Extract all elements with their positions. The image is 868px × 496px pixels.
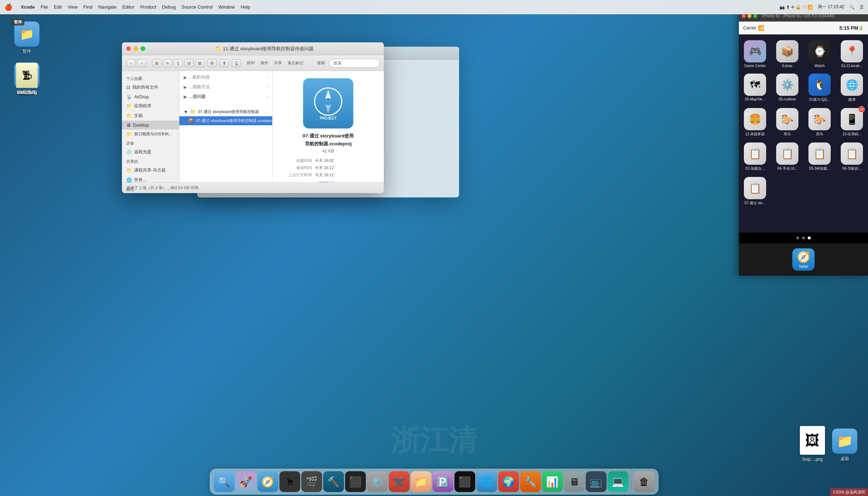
tl-red[interactable] (126, 46, 131, 51)
app-heima1[interactable]: 🐎 黑马 (774, 108, 801, 137)
app-04-manual-ui[interactable]: 📋 04-手动 UI... (774, 142, 801, 171)
statusbar-text: 选择了 1 项（共 2 项），882.54 GB 可用 (126, 185, 198, 191)
app-02-load[interactable]: 📋 02-加载自... (742, 142, 768, 171)
sidebar-item-all[interactable]: 🌐 所有... (122, 175, 179, 185)
dock-video[interactable]: 🎬 (301, 471, 322, 492)
dock-terminal2[interactable]: ⬛ (454, 471, 475, 492)
dock-screen[interactable]: 🖥 (564, 471, 585, 492)
tl-yellow[interactable] (133, 46, 138, 51)
menubar-app-name[interactable]: Xcode (21, 4, 35, 10)
view-column-btn[interactable]: ⫿ (174, 59, 183, 67)
desktop-folder-icon[interactable]: 📁 桌面 (832, 429, 857, 462)
file-item-folder[interactable]: ▼ 📁 07-通过 storyboard使用导航控制器 › (179, 107, 272, 116)
view-cover-btn[interactable]: ⊟ (184, 59, 194, 67)
app-weibo[interactable]: 🌐 微博 (839, 74, 865, 102)
menubar-editor[interactable]: Editor (122, 4, 135, 10)
dock-safari-item[interactable]: 🧭 (258, 471, 278, 492)
app-05-load3[interactable]: 📋 05-3种加载... (806, 142, 833, 171)
snip-png-icon[interactable]: 🖼 Snip....png (800, 426, 825, 462)
forward-button[interactable]: › (137, 59, 146, 67)
dock-settings[interactable]: ⚙️ (367, 471, 388, 492)
file-item-value-issue[interactable]: ▶ ...值问题 › (179, 92, 272, 102)
app-game-center[interactable]: 🎮 Game Center (742, 40, 768, 68)
apps-icon: 📁 (126, 103, 132, 109)
view-list-btn[interactable]: ≡ (163, 59, 172, 67)
sim-time: 5:15 PM (839, 25, 858, 31)
back-button[interactable]: ‹ (126, 59, 136, 67)
app-heima2[interactable]: 🐎 黑马 (806, 108, 833, 137)
airdrop-btn[interactable]: 📡 (232, 59, 241, 67)
menubar-edit[interactable]: Edit (54, 4, 62, 10)
app-runtime[interactable]: ⚙️ 05-runtime (774, 74, 801, 102)
dock-app2[interactable]: 🅿️ (433, 471, 453, 492)
menubar-search-icon[interactable]: 🔍 (849, 5, 855, 10)
file-item-nav-method[interactable]: ▶ ...期路方法 › (179, 82, 272, 92)
file-item-nav-content[interactable]: ▶ ...航栏内容 › (179, 72, 272, 82)
nav-content-icon: ▶ (184, 75, 187, 80)
app-qq[interactable]: 🐧 01预习-QQ... (806, 74, 833, 102)
app-extras[interactable]: 📦 Extras (774, 40, 801, 68)
dock-safari[interactable]: 🧭 Safari (792, 248, 815, 271)
dock-finder[interactable]: 🔍 (214, 471, 235, 492)
desktop-icon-pause[interactable]: 📁 暂停 暂停 (11, 22, 43, 55)
dock-folder2[interactable]: 📁 (411, 471, 431, 492)
menubar-help[interactable]: Help (241, 4, 250, 10)
menubar-file[interactable]: File (41, 4, 48, 10)
action-btn[interactable]: ⚙ (207, 59, 217, 67)
view-sort-btn[interactable]: ⊞ (195, 59, 204, 67)
menubar-list-icon[interactable]: ☰ (860, 5, 864, 10)
dock-launchpad[interactable]: 🚀 (236, 471, 256, 492)
sidebar-item-shared-course[interactable]: 📁 课程共享-马方超 (122, 165, 179, 175)
sidebar-item-desktop[interactable]: 🖥 Desktop (122, 121, 179, 130)
sim-tl-red[interactable] (742, 14, 746, 18)
app-07-sto[interactable]: 📋 07-通过 sto... (742, 177, 768, 206)
view-icon-btn[interactable]: ⊞ (152, 59, 161, 67)
sim-tl-green[interactable] (753, 14, 757, 18)
menubar-find[interactable]: Find (83, 4, 92, 10)
dock-crossover[interactable]: ✖️ (389, 471, 410, 492)
dock-app4[interactable]: 📺 (586, 471, 607, 492)
heima2-emoji: 🐎 (813, 113, 826, 125)
menubar-navigate[interactable]: Navigate (98, 4, 117, 10)
safari-label: Safari (799, 265, 808, 268)
app-meituan[interactable]: 🍔 12-美团界面 (742, 108, 768, 137)
tl-green[interactable] (141, 46, 145, 51)
dock-mouse[interactable]: 🖱 (279, 471, 300, 492)
sidebar-item-remote-disc[interactable]: 💿 远程光盘 (122, 147, 179, 157)
add-tag-link[interactable]: 添加标记... (319, 181, 338, 182)
sidebar-item-apps[interactable]: 📁 应用程序 (122, 101, 179, 111)
menubar-debug[interactable]: Debug (162, 4, 176, 10)
sim-tl-yellow[interactable] (747, 14, 751, 18)
menubar-window[interactable]: Window (218, 4, 235, 10)
app-watch[interactable]: ⌚ Watch (806, 40, 833, 68)
sidebar-item-docs[interactable]: 📁 文稿 (122, 111, 179, 121)
sidebar-item-airdrop[interactable]: 📡 AirDrop (122, 92, 179, 101)
dock-terminal[interactable]: ⬛ (345, 471, 366, 492)
mapview-label: 05-MapVie... (745, 97, 765, 101)
dock-browser2[interactable]: 🌍 (498, 471, 519, 492)
app-mapview[interactable]: 🗺 05-MapVie... (742, 74, 768, 102)
dock-app5[interactable]: 💻 (608, 471, 628, 492)
sidebar-item-heima[interactable]: 📁 第13期黑马iOS学科... (122, 130, 179, 139)
menubar-source-control[interactable]: Source Control (181, 4, 213, 10)
dock-browser[interactable]: 🌐 (476, 471, 497, 492)
search-input[interactable] (329, 59, 379, 67)
desktop-icons-column1: 📁 暂停 暂停 📁 安装文档 📁 ios13考试 (11, 18, 43, 62)
dock-app3[interactable]: 🔧 (520, 471, 541, 492)
nav-content-label: ...航栏内容 (189, 74, 210, 80)
bottom-right-icons: 🖼 Snip....png 📁 桌面 (800, 426, 857, 462)
dock-trash[interactable]: 🗑 (634, 471, 655, 492)
app-06-nav[interactable]: 📋 06-导航控... (839, 142, 865, 171)
apple-menu-icon[interactable]: 🍎 (4, 3, 12, 11)
menubar-view[interactable]: View (67, 4, 77, 10)
app-10-app[interactable]: 📱 10 10-应用程... (839, 108, 865, 137)
dock-xcode[interactable]: 🔨 (323, 471, 344, 492)
sidebar-item-all-files[interactable]: ⊡ 我的所有文件 (122, 83, 179, 92)
qq-emoji: 🐧 (813, 79, 826, 91)
file-item-xcodeproj[interactable]: 📦 07-通过 storyboard使用导航控制器.xcodeproj (179, 116, 272, 125)
dock-slides[interactable]: 📊 (542, 471, 563, 492)
desktop-icon-com[interactable]: 🗜 com...t.zip (11, 63, 43, 96)
share-btn[interactable]: ⬆ (220, 59, 229, 67)
menubar-product[interactable]: Product (140, 4, 156, 10)
app-cllocation[interactable]: 📍 01-CLlocati... (839, 40, 865, 68)
